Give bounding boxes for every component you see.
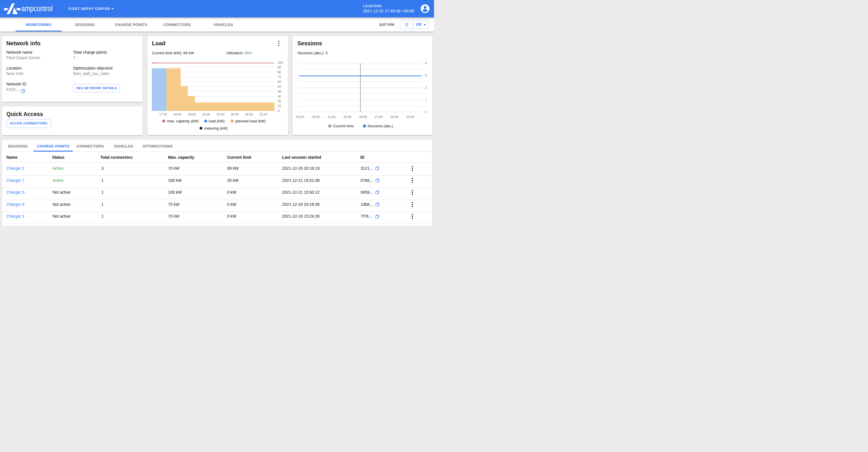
svg-text:0: 0 (425, 110, 427, 114)
svg-text:80: 80 (277, 70, 281, 73)
svg-text:Current time: Current time (333, 124, 354, 128)
svg-text:12:00: 12:00 (328, 115, 336, 119)
svg-text:0: 0 (277, 109, 279, 112)
svg-text:4: 4 (425, 61, 427, 65)
svg-text:metering (kW): metering (kW) (204, 126, 228, 130)
svg-text:18:00: 18:00 (359, 115, 367, 119)
svg-text:60: 60 (277, 80, 281, 83)
svg-text:Sessions (abs.): Sessions (abs.) (367, 124, 393, 128)
svg-text:planned load (kW): planned load (kW) (235, 119, 266, 123)
svg-text:21:00: 21:00 (259, 112, 267, 116)
svg-text:2: 2 (425, 86, 427, 89)
svg-text:load (kW): load (kW) (208, 119, 224, 123)
svg-text:09:00: 09:00 (312, 115, 320, 119)
svg-text:30: 30 (277, 94, 281, 98)
svg-text:18:30: 18:30 (188, 112, 196, 116)
svg-text:06:00: 06:00 (296, 115, 304, 119)
svg-text:21:00: 21:00 (375, 115, 383, 119)
svg-text:17:30: 17:30 (159, 112, 167, 116)
svg-text:00:00: 00:00 (391, 115, 399, 119)
svg-text:100: 100 (277, 61, 282, 64)
svg-text:70: 70 (277, 75, 281, 79)
svg-text:3: 3 (425, 73, 427, 77)
svg-text:19:30: 19:30 (216, 112, 224, 116)
svg-text:20:30: 20:30 (245, 112, 253, 116)
svg-text:max. capacity (kW): max. capacity (kW) (167, 119, 199, 123)
svg-text:18:00: 18:00 (174, 112, 182, 116)
svg-text:50: 50 (277, 85, 281, 88)
svg-text:20:00: 20:00 (230, 112, 239, 116)
svg-text:90: 90 (277, 65, 281, 69)
svg-text:19:00: 19:00 (202, 112, 210, 116)
svg-text:20: 20 (277, 99, 281, 103)
svg-text:1: 1 (425, 98, 427, 101)
svg-text:10: 10 (277, 104, 281, 108)
svg-text:03:00: 03:00 (406, 115, 414, 119)
svg-text:40: 40 (277, 89, 281, 93)
svg-text:15:00: 15:00 (343, 115, 351, 119)
